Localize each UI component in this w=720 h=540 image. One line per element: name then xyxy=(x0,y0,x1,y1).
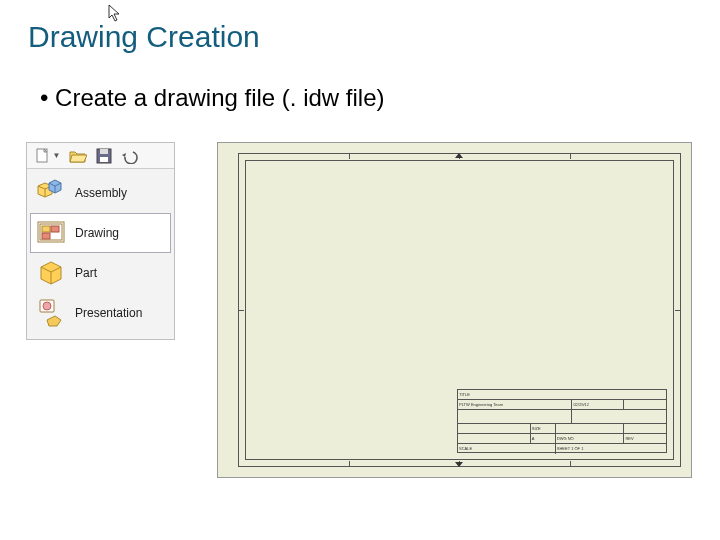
menu-item-label: Assembly xyxy=(75,186,127,200)
tb-date: 02/29/12 xyxy=(572,400,624,409)
quick-access-toolbar: ▼ xyxy=(27,143,174,169)
drawing-icon xyxy=(35,216,69,250)
undo-icon xyxy=(121,148,139,164)
title-block: TITLE PLTW Engineering Team 02/29/12 xyxy=(457,389,667,453)
new-file-menu: Assembly Drawing xyxy=(27,169,174,339)
tb-sheet: SHEET 1 OF 1 xyxy=(556,444,666,454)
svg-rect-8 xyxy=(42,233,50,239)
menu-item-label: Drawing xyxy=(75,226,119,240)
new-file-panel: ▼ xyxy=(26,142,175,340)
undo-button[interactable] xyxy=(118,145,142,167)
save-button[interactable] xyxy=(92,145,116,167)
menu-item-label: Part xyxy=(75,266,97,280)
menu-item-presentation[interactable]: Presentation xyxy=(30,293,171,333)
presentation-icon xyxy=(35,296,69,330)
open-button[interactable] xyxy=(66,145,90,167)
svg-point-10 xyxy=(43,302,51,310)
arrow-icon xyxy=(455,153,463,158)
tb-size: A xyxy=(531,434,556,443)
new-file-icon xyxy=(34,147,52,165)
menu-item-label: Presentation xyxy=(75,306,142,320)
menu-item-drawing[interactable]: Drawing xyxy=(30,213,171,253)
tb-author: PLTW Engineering Team xyxy=(458,400,572,409)
page-title: Drawing Creation xyxy=(28,20,692,54)
svg-rect-6 xyxy=(42,226,50,232)
sheet-inner-frame: TITLE PLTW Engineering Team 02/29/12 xyxy=(245,160,674,460)
drawing-canvas[interactable]: TITLE PLTW Engineering Team 02/29/12 xyxy=(217,142,692,478)
part-icon xyxy=(35,256,69,290)
arrow-icon xyxy=(455,462,463,467)
drawing-sheet-border: TITLE PLTW Engineering Team 02/29/12 xyxy=(238,153,681,467)
tb-dwgno-label: DWG NO xyxy=(556,434,625,443)
new-button[interactable]: ▼ xyxy=(30,145,64,167)
chevron-down-icon: ▼ xyxy=(53,151,61,160)
bullet-text: • Create a drawing file (. idw file) xyxy=(40,84,692,112)
save-icon xyxy=(96,148,112,164)
assembly-icon xyxy=(35,176,69,210)
svg-rect-7 xyxy=(51,226,59,232)
tb-title-label: TITLE xyxy=(458,390,666,399)
folder-open-icon xyxy=(69,148,87,164)
tb-rev-label: REV xyxy=(624,434,666,443)
cursor-icon xyxy=(108,4,122,22)
tb-scale-label: SCALE xyxy=(458,444,556,454)
tb-size-label: SIZE xyxy=(531,424,556,433)
menu-item-assembly[interactable]: Assembly xyxy=(30,173,171,213)
svg-rect-3 xyxy=(100,157,108,162)
menu-item-part[interactable]: Part xyxy=(30,253,171,293)
svg-rect-2 xyxy=(100,149,108,154)
